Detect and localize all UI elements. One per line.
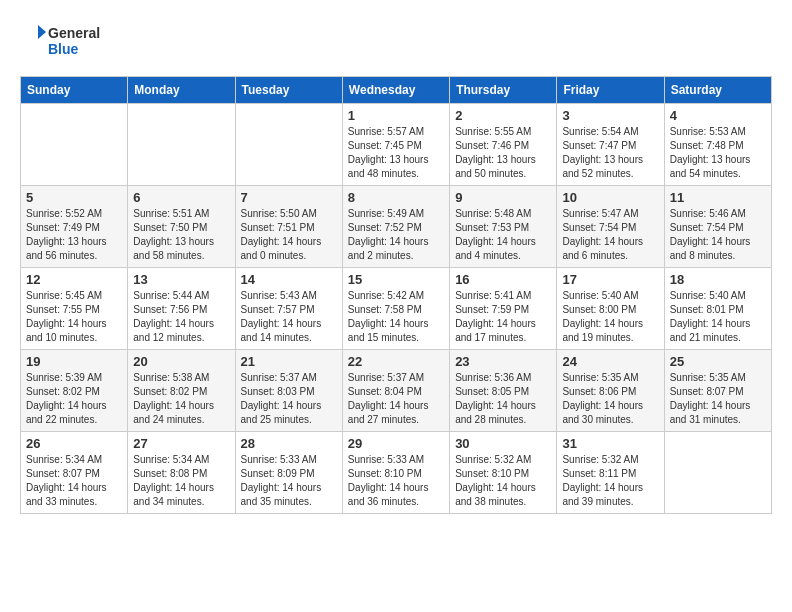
- day-number: 12: [26, 272, 122, 287]
- calendar-day-cell: 5Sunrise: 5:52 AMSunset: 7:49 PMDaylight…: [21, 186, 128, 268]
- weekday-header: Friday: [557, 77, 664, 104]
- calendar-day-cell: 14Sunrise: 5:43 AMSunset: 7:57 PMDayligh…: [235, 268, 342, 350]
- day-info: Sunrise: 5:35 AMSunset: 8:06 PMDaylight:…: [562, 371, 658, 427]
- calendar-day-cell: [128, 104, 235, 186]
- calendar-week-row: 26Sunrise: 5:34 AMSunset: 8:07 PMDayligh…: [21, 432, 772, 514]
- day-info: Sunrise: 5:32 AMSunset: 8:11 PMDaylight:…: [562, 453, 658, 509]
- day-info: Sunrise: 5:46 AMSunset: 7:54 PMDaylight:…: [670, 207, 766, 263]
- calendar-day-cell: 30Sunrise: 5:32 AMSunset: 8:10 PMDayligh…: [450, 432, 557, 514]
- day-info: Sunrise: 5:50 AMSunset: 7:51 PMDaylight:…: [241, 207, 337, 263]
- calendar-day-cell: 31Sunrise: 5:32 AMSunset: 8:11 PMDayligh…: [557, 432, 664, 514]
- day-number: 9: [455, 190, 551, 205]
- day-info: Sunrise: 5:51 AMSunset: 7:50 PMDaylight:…: [133, 207, 229, 263]
- day-info: Sunrise: 5:33 AMSunset: 8:10 PMDaylight:…: [348, 453, 444, 509]
- weekday-header: Saturday: [664, 77, 771, 104]
- calendar-day-cell: 8Sunrise: 5:49 AMSunset: 7:52 PMDaylight…: [342, 186, 449, 268]
- calendar-header-row: SundayMondayTuesdayWednesdayThursdayFrid…: [21, 77, 772, 104]
- day-info: Sunrise: 5:47 AMSunset: 7:54 PMDaylight:…: [562, 207, 658, 263]
- calendar-day-cell: 2Sunrise: 5:55 AMSunset: 7:46 PMDaylight…: [450, 104, 557, 186]
- weekday-header: Sunday: [21, 77, 128, 104]
- calendar-day-cell: 29Sunrise: 5:33 AMSunset: 8:10 PMDayligh…: [342, 432, 449, 514]
- weekday-header: Tuesday: [235, 77, 342, 104]
- day-number: 17: [562, 272, 658, 287]
- day-number: 23: [455, 354, 551, 369]
- calendar-day-cell: 10Sunrise: 5:47 AMSunset: 7:54 PMDayligh…: [557, 186, 664, 268]
- weekday-header: Thursday: [450, 77, 557, 104]
- calendar-week-row: 1Sunrise: 5:57 AMSunset: 7:45 PMDaylight…: [21, 104, 772, 186]
- calendar-day-cell: [21, 104, 128, 186]
- calendar-day-cell: 12Sunrise: 5:45 AMSunset: 7:55 PMDayligh…: [21, 268, 128, 350]
- day-number: 7: [241, 190, 337, 205]
- day-info: Sunrise: 5:32 AMSunset: 8:10 PMDaylight:…: [455, 453, 551, 509]
- calendar-table: SundayMondayTuesdayWednesdayThursdayFrid…: [20, 76, 772, 514]
- calendar-week-row: 5Sunrise: 5:52 AMSunset: 7:49 PMDaylight…: [21, 186, 772, 268]
- calendar-day-cell: 18Sunrise: 5:40 AMSunset: 8:01 PMDayligh…: [664, 268, 771, 350]
- calendar-day-cell: 1Sunrise: 5:57 AMSunset: 7:45 PMDaylight…: [342, 104, 449, 186]
- day-number: 21: [241, 354, 337, 369]
- day-info: Sunrise: 5:52 AMSunset: 7:49 PMDaylight:…: [26, 207, 122, 263]
- calendar-day-cell: 22Sunrise: 5:37 AMSunset: 8:04 PMDayligh…: [342, 350, 449, 432]
- day-info: Sunrise: 5:42 AMSunset: 7:58 PMDaylight:…: [348, 289, 444, 345]
- day-info: Sunrise: 5:41 AMSunset: 7:59 PMDaylight:…: [455, 289, 551, 345]
- day-info: Sunrise: 5:33 AMSunset: 8:09 PMDaylight:…: [241, 453, 337, 509]
- calendar-day-cell: 7Sunrise: 5:50 AMSunset: 7:51 PMDaylight…: [235, 186, 342, 268]
- calendar-day-cell: 15Sunrise: 5:42 AMSunset: 7:58 PMDayligh…: [342, 268, 449, 350]
- calendar-day-cell: 23Sunrise: 5:36 AMSunset: 8:05 PMDayligh…: [450, 350, 557, 432]
- logo: GeneralBlue: [20, 20, 120, 60]
- calendar-day-cell: 28Sunrise: 5:33 AMSunset: 8:09 PMDayligh…: [235, 432, 342, 514]
- day-info: Sunrise: 5:43 AMSunset: 7:57 PMDaylight:…: [241, 289, 337, 345]
- day-number: 29: [348, 436, 444, 451]
- day-info: Sunrise: 5:45 AMSunset: 7:55 PMDaylight:…: [26, 289, 122, 345]
- svg-text:General: General: [48, 25, 100, 41]
- calendar-day-cell: [235, 104, 342, 186]
- calendar-day-cell: 21Sunrise: 5:37 AMSunset: 8:03 PMDayligh…: [235, 350, 342, 432]
- day-number: 11: [670, 190, 766, 205]
- page-header: GeneralBlue: [20, 20, 772, 60]
- day-number: 8: [348, 190, 444, 205]
- day-number: 18: [670, 272, 766, 287]
- day-number: 26: [26, 436, 122, 451]
- day-info: Sunrise: 5:44 AMSunset: 7:56 PMDaylight:…: [133, 289, 229, 345]
- calendar-day-cell: 3Sunrise: 5:54 AMSunset: 7:47 PMDaylight…: [557, 104, 664, 186]
- calendar-day-cell: 9Sunrise: 5:48 AMSunset: 7:53 PMDaylight…: [450, 186, 557, 268]
- calendar-day-cell: 26Sunrise: 5:34 AMSunset: 8:07 PMDayligh…: [21, 432, 128, 514]
- day-info: Sunrise: 5:54 AMSunset: 7:47 PMDaylight:…: [562, 125, 658, 181]
- day-number: 2: [455, 108, 551, 123]
- day-number: 22: [348, 354, 444, 369]
- day-info: Sunrise: 5:34 AMSunset: 8:07 PMDaylight:…: [26, 453, 122, 509]
- day-info: Sunrise: 5:57 AMSunset: 7:45 PMDaylight:…: [348, 125, 444, 181]
- weekday-header: Wednesday: [342, 77, 449, 104]
- day-number: 30: [455, 436, 551, 451]
- day-info: Sunrise: 5:35 AMSunset: 8:07 PMDaylight:…: [670, 371, 766, 427]
- day-info: Sunrise: 5:55 AMSunset: 7:46 PMDaylight:…: [455, 125, 551, 181]
- day-info: Sunrise: 5:39 AMSunset: 8:02 PMDaylight:…: [26, 371, 122, 427]
- calendar-day-cell: 11Sunrise: 5:46 AMSunset: 7:54 PMDayligh…: [664, 186, 771, 268]
- day-number: 4: [670, 108, 766, 123]
- day-info: Sunrise: 5:53 AMSunset: 7:48 PMDaylight:…: [670, 125, 766, 181]
- weekday-header: Monday: [128, 77, 235, 104]
- day-info: Sunrise: 5:36 AMSunset: 8:05 PMDaylight:…: [455, 371, 551, 427]
- calendar-day-cell: 20Sunrise: 5:38 AMSunset: 8:02 PMDayligh…: [128, 350, 235, 432]
- calendar-day-cell: 25Sunrise: 5:35 AMSunset: 8:07 PMDayligh…: [664, 350, 771, 432]
- day-number: 28: [241, 436, 337, 451]
- calendar-day-cell: 13Sunrise: 5:44 AMSunset: 7:56 PMDayligh…: [128, 268, 235, 350]
- day-info: Sunrise: 5:37 AMSunset: 8:04 PMDaylight:…: [348, 371, 444, 427]
- calendar-day-cell: 4Sunrise: 5:53 AMSunset: 7:48 PMDaylight…: [664, 104, 771, 186]
- day-number: 16: [455, 272, 551, 287]
- svg-marker-2: [38, 25, 46, 39]
- day-info: Sunrise: 5:38 AMSunset: 8:02 PMDaylight:…: [133, 371, 229, 427]
- day-number: 31: [562, 436, 658, 451]
- day-number: 24: [562, 354, 658, 369]
- day-number: 13: [133, 272, 229, 287]
- day-number: 10: [562, 190, 658, 205]
- day-info: Sunrise: 5:37 AMSunset: 8:03 PMDaylight:…: [241, 371, 337, 427]
- day-info: Sunrise: 5:40 AMSunset: 8:01 PMDaylight:…: [670, 289, 766, 345]
- calendar-day-cell: 17Sunrise: 5:40 AMSunset: 8:00 PMDayligh…: [557, 268, 664, 350]
- calendar-week-row: 19Sunrise: 5:39 AMSunset: 8:02 PMDayligh…: [21, 350, 772, 432]
- calendar-day-cell: 27Sunrise: 5:34 AMSunset: 8:08 PMDayligh…: [128, 432, 235, 514]
- day-info: Sunrise: 5:40 AMSunset: 8:00 PMDaylight:…: [562, 289, 658, 345]
- day-number: 14: [241, 272, 337, 287]
- calendar-day-cell: 19Sunrise: 5:39 AMSunset: 8:02 PMDayligh…: [21, 350, 128, 432]
- day-number: 25: [670, 354, 766, 369]
- day-info: Sunrise: 5:48 AMSunset: 7:53 PMDaylight:…: [455, 207, 551, 263]
